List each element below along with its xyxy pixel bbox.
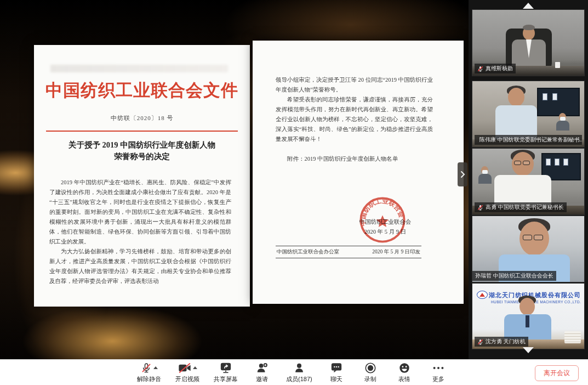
more-button[interactable]: 更多	[429, 362, 448, 383]
person-head	[520, 298, 535, 315]
scroll-down-icon[interactable]	[523, 347, 534, 353]
participant-name-tag: 真维斯杨勋	[475, 64, 516, 73]
members-label: 成员(187)	[286, 375, 312, 383]
document-heading: 关于授予 2019 中国纺织行业年度创新人物 荣誉称号的决定	[34, 139, 250, 162]
document-footer: 中国纺织工业联合会办公室 2020 年 5 月 9 日印发	[276, 246, 421, 258]
chat-label: 聊天	[330, 375, 342, 383]
eyeglasses	[514, 161, 530, 165]
invite-label: 邀请	[256, 375, 268, 383]
company-name-en: HUBEI TIANMEN TEXTILE MACHINERY CO.,LTD.	[491, 300, 582, 304]
members-icon	[293, 362, 305, 374]
paragraph: 2019 年中国纺织产业在“稳增长、惠民生、防风险、保稳定”中发挥了建设性的作用…	[49, 178, 231, 247]
official-seal: 中国纺织工业联合会	[359, 196, 406, 244]
shared-screen-area: 中国纺织工业联合会文件 中纺联〔2020〕18 号 关于授予 2019 中国纺织…	[0, 0, 469, 359]
invite-button[interactable]: 邀请	[252, 362, 272, 383]
share-screen-button[interactable]: 共享屏幕	[214, 362, 238, 383]
next-page-button[interactable]	[458, 162, 467, 186]
face-mask	[482, 170, 488, 174]
necktie	[526, 315, 529, 327]
document-header-title: 中国纺织工业联合会文件	[39, 79, 244, 102]
document-body-left: 2019 年中国纺织产业在“稳增长、惠民生、防风险、保稳定”中发挥了建设性的作用…	[34, 178, 250, 286]
company-logo	[477, 291, 488, 299]
record-button[interactable]: 录制	[361, 362, 380, 383]
camera-off-icon	[178, 362, 191, 374]
document-page-right: 领导小组审定，决定授予卫江等 20 位同志“2019 中国纺织行业年度创新人物”…	[253, 41, 464, 304]
unmute-button[interactable]: 解除静音	[137, 362, 161, 383]
record-icon	[364, 362, 376, 374]
document-page-left: 中国纺织工业联合会文件 中纺联〔2020〕18 号 关于授予 2019 中国纺织…	[34, 45, 250, 307]
document-body-right: 领导小组审定，决定授予卫江等 20 位同志“2019 中国纺织行业年度创新人物”…	[253, 41, 464, 164]
screen-portrait	[563, 158, 568, 166]
smiley-icon	[398, 362, 410, 374]
share-screen-icon	[220, 362, 232, 374]
attendee-body	[478, 174, 492, 184]
wall-screen	[537, 88, 580, 116]
document-heading-line1: 关于授予 2019 中国纺织行业年度创新人物	[34, 139, 250, 151]
participant-name: 真维斯杨勋	[486, 65, 513, 72]
chat-button[interactable]: 聊天	[327, 362, 346, 383]
screen-portrait	[543, 93, 547, 100]
participant-name: 孙瑞哲 中国纺织工业联合会会长	[475, 272, 553, 280]
mic-options-caret-icon[interactable]	[153, 366, 158, 369]
mic-muted-icon	[477, 66, 483, 72]
seal-star-icon	[376, 215, 389, 227]
document-stack	[564, 331, 581, 343]
start-video-button[interactable]: 开启视频	[175, 362, 199, 383]
participant-name: 沈方勇 天门纺机	[486, 338, 526, 346]
video-tile-3[interactable]: 高勇 中国纺联党委书记兼秘书长	[472, 148, 585, 215]
person-head	[508, 88, 524, 106]
invite-person-icon	[256, 362, 268, 374]
participant-name-tag: 高勇 中国纺联党委书记兼秘书长	[475, 202, 567, 212]
more-label: 更多	[432, 375, 444, 383]
face-mask	[560, 117, 566, 121]
participant-name-tag: 陈伟康 中国纺联党委副书记兼常务副秘书...	[475, 135, 582, 145]
start-video-label: 开启视频	[175, 375, 199, 383]
footer-issuing-office: 中国纺织工业联合会办公室	[277, 248, 339, 256]
mic-muted-icon	[477, 205, 483, 211]
document-heading-line2: 荣誉称号的决定	[34, 151, 250, 162]
red-divider-rule	[46, 131, 238, 132]
participant-name: 高勇 中国纺联党委书记兼秘书长	[486, 203, 564, 211]
unmute-label: 解除静音	[137, 375, 161, 383]
video-tile-4[interactable]: 孙瑞哲 中国纺织工业联合会会长	[472, 216, 585, 282]
eyeglasses	[523, 235, 543, 239]
ellipsis-icon	[432, 362, 445, 374]
paper-cup	[555, 62, 560, 68]
footer-print-date: 2020 年 5 月 9 日印发	[372, 248, 420, 256]
mic-muted-icon	[477, 339, 483, 345]
screen-portrait	[552, 93, 557, 100]
emoji-button[interactable]: 表情	[395, 362, 414, 383]
participant-name-tag: 孙瑞哲 中国纺织工业联合会会长	[472, 271, 556, 281]
person-hair	[523, 25, 535, 30]
document-number: 中纺联〔2020〕18 号	[34, 114, 250, 122]
share-screen-label: 共享屏幕	[214, 375, 238, 383]
meeting-toolbar: 解除静音 开启视频	[0, 359, 588, 385]
paragraph: 为大力弘扬创新精神，学习先锋榜样，鼓励、培育和带动更多的创新人才，推进产业高质量…	[49, 247, 231, 286]
participants-sidebar: 真维斯杨勋	[469, 0, 588, 359]
page-bleed-through	[50, 65, 228, 72]
participant-name-tag: 沈方勇 天门纺机	[475, 337, 528, 347]
meeting-window: 中国纺织工业联合会文件 中纺联〔2020〕18 号 关于授予 2019 中国纺织…	[0, 0, 588, 385]
screen-portrait	[546, 158, 551, 166]
chat-bubble-icon	[330, 362, 342, 374]
camera-options-caret-icon[interactable]	[193, 366, 197, 369]
attachment-line: 附件：2019 中国纺织行业年度创新人物名单	[276, 154, 433, 164]
paragraph: 希望受表彰的同志珍惜荣誉，谦虚谨慎，再接再厉，充分发挥模范带头作用，努力在新时代…	[276, 95, 433, 144]
video-tile-2[interactable]: 陈伟康 中国纺联党委副书记兼常务副秘书...	[472, 81, 585, 148]
participant-name: 陈伟康 中国纺联党委副书记兼常务副秘书...	[479, 136, 582, 144]
scroll-up-icon[interactable]	[523, 3, 534, 9]
screen-portrait	[555, 158, 560, 166]
emoji-label: 表情	[398, 375, 410, 383]
attendee-body	[556, 121, 569, 131]
paragraph: 领导小组审定，决定授予卫江等 20 位同志“2019 中国纺织行业年度创新人物”…	[276, 75, 433, 95]
record-label: 录制	[364, 375, 376, 383]
chevron-right-icon	[460, 171, 465, 178]
toolbar-button-group: 解除静音 开启视频	[137, 362, 448, 383]
video-tile-1[interactable]: 真维斯杨勋	[472, 9, 585, 76]
members-button[interactable]: 成员(187)	[286, 362, 312, 383]
mic-muted-icon	[141, 362, 152, 374]
leave-meeting-button[interactable]: 离开会议	[535, 365, 579, 381]
video-tile-5[interactable]: 湖北天门纺织机械股份有限公司 HUBEI TIANMEN TEXTILE MAC…	[472, 283, 585, 349]
